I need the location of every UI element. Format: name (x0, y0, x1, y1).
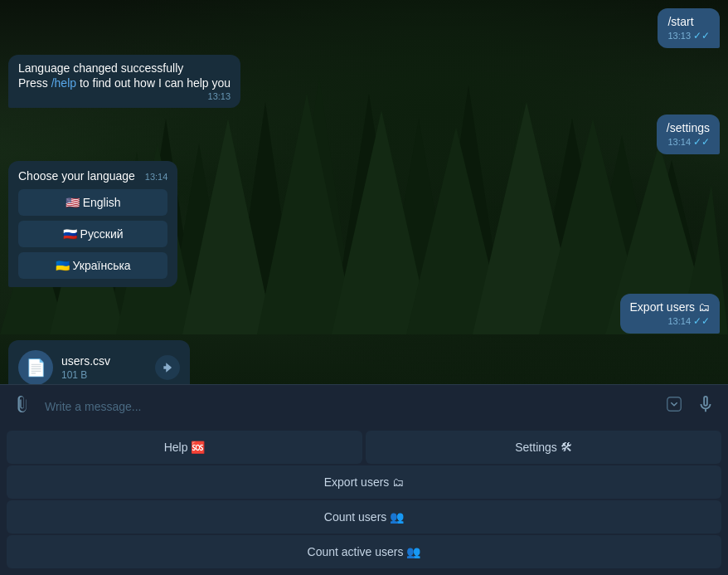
file-forward-btn[interactable] (155, 355, 180, 380)
scroll-down-button[interactable] (662, 392, 687, 421)
export-text: Export users 🗂 (630, 300, 710, 314)
file-size: 101 B (61, 369, 147, 381)
attach-button[interactable] (10, 392, 35, 421)
file-bubble: 📄 users.csv 101 B Total users: 1 (8, 340, 190, 384)
chat-area: /start 13:13 ✓✓ Language changed success… (0, 0, 728, 384)
lang-changed-time: 13:13 (208, 91, 231, 101)
message-settings: /settings 13:14 ✓✓ (8, 115, 720, 154)
message-input[interactable] (41, 397, 655, 417)
count-users-button[interactable]: Count users 👥 (7, 500, 721, 534)
lang-choice-bubble: Choose your language 13:14 🇺🇸 English 🇷🇺… (8, 161, 177, 287)
messages-container: /start 13:13 ✓✓ Language changed success… (0, 0, 728, 384)
start-text: /start (667, 15, 710, 28)
count-active-users-button[interactable]: Count active users 👥 (7, 535, 721, 568)
message-lang-changed: Language changed successfully Press /hel… (8, 55, 720, 108)
message-export: Export users 🗂 13:14 ✓✓ (8, 294, 720, 334)
english-lang-btn[interactable]: 🇺🇸 English (18, 189, 167, 216)
keyboard-buttons: Help 🆘 Settings 🛠 Export users 🗂 Count u… (0, 427, 728, 575)
bottom-bar: Help 🆘 Settings 🛠 Export users 🗂 Count u… (0, 384, 728, 575)
ukrainian-lang-btn[interactable]: 🇺🇦 Українська (18, 252, 167, 279)
kb-row-1: Help 🆘 Settings 🛠 (7, 431, 721, 464)
help-button[interactable]: Help 🆘 (7, 431, 362, 464)
file-details: users.csv 101 B (61, 354, 147, 381)
export-time: 13:14 (667, 316, 691, 326)
export-read: ✓✓ (693, 315, 710, 327)
export-users-button[interactable]: Export users 🗂 (7, 465, 721, 499)
russian-lang-btn[interactable]: 🇷🇺 Русский (18, 221, 167, 247)
mic-button[interactable] (693, 392, 718, 421)
file-name: users.csv (61, 354, 147, 368)
message-choose-lang: Choose your language 13:14 🇺🇸 English 🇷🇺… (8, 161, 720, 287)
kb-row-2: Export users 🗂 (7, 465, 721, 499)
file-info: 📄 users.csv 101 B (18, 350, 180, 384)
settings-button[interactable]: Settings 🛠 (366, 431, 721, 464)
message-start: /start 13:13 ✓✓ (8, 8, 720, 48)
settings-time: 13:14 (667, 137, 691, 147)
start-read: ✓✓ (693, 30, 710, 41)
input-area (0, 385, 728, 427)
svg-rect-26 (667, 397, 682, 412)
settings-bubble: /settings 13:14 ✓✓ (657, 115, 720, 154)
settings-read: ✓✓ (693, 136, 710, 148)
message-file: 📄 users.csv 101 B Total users: 1 (8, 340, 720, 384)
kb-row-4: Count active users 👥 (7, 535, 721, 568)
lang-choice-time: 13:14 (145, 172, 168, 182)
start-time: 13:13 (667, 31, 691, 41)
lang-changed-text: Language changed successfully (18, 61, 231, 75)
lang-changed-bubble: Language changed successfully Press /hel… (8, 55, 240, 108)
export-bubble: Export users 🗂 13:14 ✓✓ (620, 294, 720, 334)
file-icon: 📄 (18, 350, 53, 384)
lang-changed-subtext: Press /help to find out how I can help y… (18, 76, 231, 90)
kb-row-3: Count users 👥 (7, 500, 721, 534)
settings-text: /settings (667, 121, 710, 134)
lang-choice-title: Choose your language 13:14 (18, 169, 167, 183)
help-link[interactable]: /help (51, 76, 76, 90)
start-bubble: /start 13:13 ✓✓ (658, 8, 720, 48)
